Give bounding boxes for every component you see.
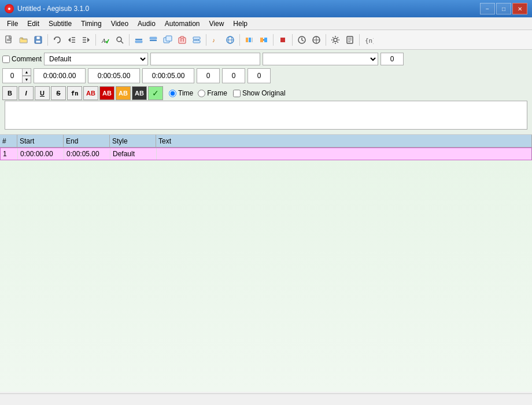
spin-up[interactable]: ▲ [22, 68, 31, 76]
toolbar-properties[interactable] [343, 33, 357, 47]
fn-button[interactable]: fn [67, 86, 82, 100]
menu-help[interactable]: Help [228, 19, 252, 29]
margin-v-input[interactable] [247, 68, 271, 83]
toolbar-duplicate[interactable] [161, 33, 175, 47]
spin-down[interactable]: ▼ [22, 76, 31, 83]
col-header-num: # [0, 135, 17, 147]
toolbar-karaoke[interactable]: ♪ [209, 33, 223, 47]
col-header-style: Style [110, 135, 156, 147]
time-radio-label[interactable]: Time [169, 89, 193, 97]
toolbar-script[interactable]: {n} [362, 33, 376, 47]
time-radio[interactable] [169, 90, 176, 97]
subtitle-text-input[interactable] [5, 101, 527, 129]
frame-radio-label[interactable]: Frame [198, 89, 227, 97]
actor-input[interactable] [150, 53, 260, 65]
separator6 [273, 34, 274, 46]
row-timing: ▲ ▼ [2, 68, 530, 83]
toolbar-new[interactable] [2, 33, 16, 47]
duration-input[interactable] [142, 68, 194, 83]
toolbar-framerate1[interactable] [295, 33, 309, 47]
svg-point-46 [334, 38, 337, 42]
toolbar-insert-before[interactable] [132, 33, 146, 47]
toolbar-save[interactable] [31, 33, 45, 47]
edit-area: Comment Default ▲ ▼ [0, 50, 532, 134]
col-header-text: Text [156, 135, 532, 147]
col-header-end: End [64, 135, 110, 147]
menu-subtitle[interactable]: Subtitle [44, 19, 76, 29]
italic-button[interactable]: I [19, 86, 34, 100]
comment-check: Comment [2, 55, 42, 63]
svg-marker-7 [68, 38, 71, 42]
svg-rect-19 [135, 41, 142, 43]
svg-rect-37 [252, 38, 253, 42]
svg-rect-35 [246, 38, 248, 42]
svg-rect-25 [180, 36, 184, 38]
show-original-checkbox[interactable] [233, 90, 241, 97]
bottom-area: # Start End Style Text 1 0:00:00.00 0:00… [0, 134, 532, 405]
toolbar: A ♪ [0, 30, 532, 50]
status-bar [0, 393, 532, 405]
menu-timing[interactable]: Timing [76, 19, 106, 29]
strikethrough-button[interactable]: S [51, 86, 66, 100]
toolbar-translation[interactable] [223, 33, 237, 47]
menu-file[interactable]: File [2, 19, 23, 29]
separator2 [95, 34, 96, 46]
menu-edit[interactable]: Edit [23, 19, 44, 29]
frame-radio[interactable] [198, 90, 205, 97]
table-row[interactable]: 1 0:00:00.00 0:00:05.00 Default [0, 148, 532, 160]
show-original-label[interactable]: Show Original [233, 89, 286, 97]
toolbar-stop[interactable] [276, 33, 290, 47]
menu-video[interactable]: Video [106, 19, 133, 29]
line-number-spinner: ▲ ▼ [2, 68, 31, 83]
toolbar-join[interactable] [257, 33, 271, 47]
comment-label: Comment [12, 55, 42, 63]
row-comment: Comment Default [2, 52, 530, 66]
end-time-input[interactable] [88, 68, 140, 83]
toolbar-delete[interactable] [175, 33, 189, 47]
toolbar-prev[interactable] [65, 33, 79, 47]
underline-button[interactable]: U [35, 86, 50, 100]
start-time-input[interactable] [34, 68, 86, 83]
toolbar-framerate2[interactable] [309, 33, 323, 47]
window-title: Untitled - Aegisub 3.1.0 [17, 5, 480, 13]
cell-end: 0:00:05.00 [64, 148, 110, 160]
toolbar-spellcheck[interactable]: A [98, 33, 112, 47]
toolbar-open[interactable] [17, 33, 31, 47]
svg-line-17 [121, 41, 123, 43]
margin-l-input[interactable] [197, 68, 220, 83]
svg-rect-20 [150, 37, 157, 39]
actor-select[interactable] [263, 53, 378, 65]
toolbar-settings[interactable] [328, 33, 342, 47]
svg-text:♪: ♪ [212, 37, 215, 43]
comment-checkbox[interactable] [2, 56, 10, 63]
separator4 [206, 34, 206, 46]
margin-r-input[interactable] [222, 68, 245, 83]
toolbar-select-visible[interactable] [242, 33, 256, 47]
minimize-button[interactable]: − [480, 3, 495, 14]
cell-num: 1 [1, 148, 18, 160]
toolbar-next[interactable] [79, 33, 93, 47]
row-format: B I U S fn AB AB AB AB ✓ Time Frame [2, 86, 530, 101]
style-select[interactable]: Default [44, 53, 148, 65]
title-bar: ● Untitled - Aegisub 3.1.0 − □ ✕ [0, 0, 532, 17]
separator3 [129, 34, 130, 46]
toolbar-insert-after[interactable] [146, 33, 160, 47]
maximize-button[interactable]: □ [496, 3, 511, 14]
close-button[interactable]: ✕ [512, 3, 527, 14]
toolbar-split[interactable] [190, 33, 204, 47]
color3-button[interactable]: AB [116, 86, 131, 100]
menu-audio[interactable]: Audio [133, 19, 160, 29]
menu-automation[interactable]: Automation [160, 19, 205, 29]
bold-button[interactable]: B [2, 86, 17, 100]
svg-rect-4 [36, 36, 40, 39]
color2-button[interactable]: AB [99, 86, 114, 100]
toolbar-find[interactable] [113, 33, 127, 47]
commit-button[interactable]: ✓ [148, 86, 163, 100]
color4-button[interactable]: AB [132, 86, 147, 100]
toolbar-undo[interactable] [50, 33, 64, 47]
layer-input[interactable] [380, 53, 404, 65]
menu-view[interactable]: View [205, 19, 229, 29]
col-header-start: Start [17, 135, 64, 147]
scrollable-list[interactable]: 1 0:00:00.00 0:00:05.00 Default [0, 148, 532, 393]
color1-button[interactable]: AB [83, 86, 98, 100]
